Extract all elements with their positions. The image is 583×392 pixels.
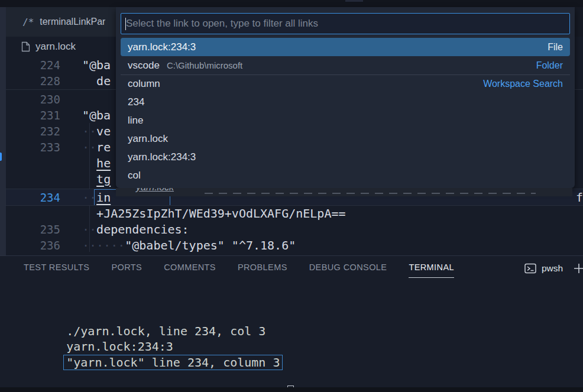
window-bottom-strip xyxy=(0,387,583,392)
editor-line[interactable]: 235 ·· dependencies: xyxy=(6,221,583,237)
code-text: "@ba xyxy=(82,58,111,72)
link-highlight-box: +JA25ZsIpZhT/WEd39+vOdLXAFG/nELpA== xyxy=(96,206,345,221)
link-highlight-box: "@babel/types" "^7.18.6" xyxy=(125,238,296,252)
window-top-bar xyxy=(0,0,583,7)
link-highlight-box: ve xyxy=(96,124,111,138)
quick-pick-item[interactable]: yarn.lock:234:3 xyxy=(121,148,570,166)
terminal-shell-icon xyxy=(524,262,537,275)
panel-tab[interactable]: TERMINAL xyxy=(409,263,454,278)
quick-pick-list: yarn.lock:234:3 File vscode C:\Github\mi… xyxy=(121,38,570,184)
item-label: line xyxy=(128,115,143,127)
code-text: "@babel/types" "^7.18.6" xyxy=(125,238,296,252)
editor-line[interactable]: 236 ······ "@babel/types" "^7.18.6" xyxy=(6,237,583,253)
item-label: yarn.lock:234:3 xyxy=(128,41,196,53)
line-number: 231 xyxy=(6,109,60,122)
quick-pick-item[interactable]: yarn.lock:234:3 File xyxy=(121,38,570,56)
left-edge-active-marker xyxy=(0,153,2,161)
item-label: col xyxy=(128,170,141,182)
text-caret xyxy=(125,18,126,30)
line-number: 235 xyxy=(6,223,60,236)
terminal-line: ./yarn.lock, line 234, col 3 xyxy=(24,310,294,325)
whitespace-dots: ······ xyxy=(82,238,125,252)
new-terminal-plus-icon[interactable] xyxy=(571,261,583,276)
link-highlight-box: re xyxy=(96,140,111,154)
whitespace-dots xyxy=(82,172,96,186)
panel-tab[interactable]: COMMENTS xyxy=(164,263,216,278)
panel-tab[interactable]: PROBLEMS xyxy=(238,263,287,278)
line-number: 232 xyxy=(6,125,60,138)
quick-pick-item[interactable]: line xyxy=(121,111,570,129)
code-text: in xyxy=(96,190,111,205)
link-highlight-box: tg xyxy=(96,172,111,186)
terminal-line-text[interactable]: yarn.lock:234:3 xyxy=(66,339,173,354)
link-highlight-box: "@ba xyxy=(82,108,111,122)
link-highlight-box: he xyxy=(96,156,111,170)
code-text: de xyxy=(96,74,111,88)
code-text: ve xyxy=(96,124,111,138)
link-hover-tooltip-clipped: yarn.lock xyxy=(116,188,572,196)
editor-line[interactable]: +JA25ZsIpZhT/WEd39+vOdLXAFG/nELpA== xyxy=(6,205,583,221)
terminal-shell-label[interactable]: pwsh xyxy=(542,263,563,274)
item-description: C:\Github\microsoft xyxy=(167,60,242,70)
quick-pick-widget: yarn.lock:234:3 File vscode C:\Github\mi… xyxy=(116,7,575,188)
code-text: +JA25ZsIpZhT/WEd39+vOdLXAFG/nELpA== xyxy=(96,206,345,221)
breadcrumb-file-label: yarn.lock xyxy=(35,41,76,53)
quick-pick-input[interactable] xyxy=(121,14,569,34)
quick-pick-item[interactable]: col xyxy=(121,166,570,184)
item-label: yarn.lock xyxy=(128,133,168,145)
item-type-badge: Folder xyxy=(536,60,563,71)
editor-tab-title: terminalLinkPar xyxy=(40,17,105,27)
typescript-test-file-icon: /* xyxy=(22,17,34,28)
panel-tab[interactable]: TEST RESULTS xyxy=(24,263,89,278)
quick-pick-item[interactable]: column Workspace Search xyxy=(121,74,570,93)
line-number: 224 xyxy=(6,59,60,72)
line-number: 228 xyxy=(6,74,60,88)
whitespace-dots: ·· xyxy=(82,124,96,138)
quick-pick-item[interactable]: vscode C:\Github\microsoft Folder xyxy=(121,56,570,74)
item-label: vscode xyxy=(128,60,160,72)
line-number: 230 xyxy=(6,93,60,106)
item-type-badge: Workspace Search xyxy=(483,79,563,89)
terminal-line-text[interactable]: "yarn.lock" line 234, column 3 xyxy=(63,355,283,370)
terminal-controls: pwsh xyxy=(524,262,563,275)
line-number: 236 xyxy=(6,239,60,252)
whitespace-dots: ·· xyxy=(82,140,96,154)
breadcrumb[interactable]: yarn.lock xyxy=(21,39,76,54)
line-number: 233 xyxy=(6,141,60,154)
terminal-line-text[interactable]: ./yarn.lock, line 234, col 3 xyxy=(66,324,265,338)
item-label: yarn.lock:234:3 xyxy=(128,151,196,163)
tooltip-text-fragment: yarn.lock xyxy=(136,188,174,193)
item-label: column xyxy=(128,78,160,90)
panel-tab[interactable]: DEBUG CONSOLE xyxy=(309,263,387,278)
quick-pick-item[interactable]: yarn.lock xyxy=(121,129,570,148)
code-text: tg xyxy=(96,172,111,186)
whitespace-dots xyxy=(82,74,96,88)
command-center-edge xyxy=(345,0,363,2)
item-type-badge: File xyxy=(548,42,563,53)
whitespace-dots xyxy=(82,206,96,221)
panel-tab[interactable]: PORTS xyxy=(111,263,142,278)
editor-tab-terminallinkparsing[interactable]: /* terminalLinkPar xyxy=(6,7,116,37)
code-text: dependencies: xyxy=(96,222,189,237)
code-text: re xyxy=(96,140,111,154)
code-text: "@ba xyxy=(82,108,111,122)
code-text: he xyxy=(96,156,111,170)
quick-pick-item[interactable]: 234 xyxy=(121,93,570,111)
file-icon xyxy=(21,41,30,52)
terminal-output[interactable]: ./yarn.lock, line 234, col 3 yarn.lock:2… xyxy=(24,310,294,387)
item-label: 234 xyxy=(128,96,144,108)
quick-pick-input-box xyxy=(121,13,570,34)
whitespace-dots: ·· xyxy=(82,222,96,237)
code-text-tail: f xyxy=(576,190,583,205)
line-number: 234 xyxy=(6,191,60,204)
whitespace-dots xyxy=(82,156,96,170)
panel-tab-bar: TEST RESULTS PORTS COMMENTS PROBLEMS DEB… xyxy=(24,263,454,278)
link-highlight-box: dependencies: xyxy=(96,222,189,237)
